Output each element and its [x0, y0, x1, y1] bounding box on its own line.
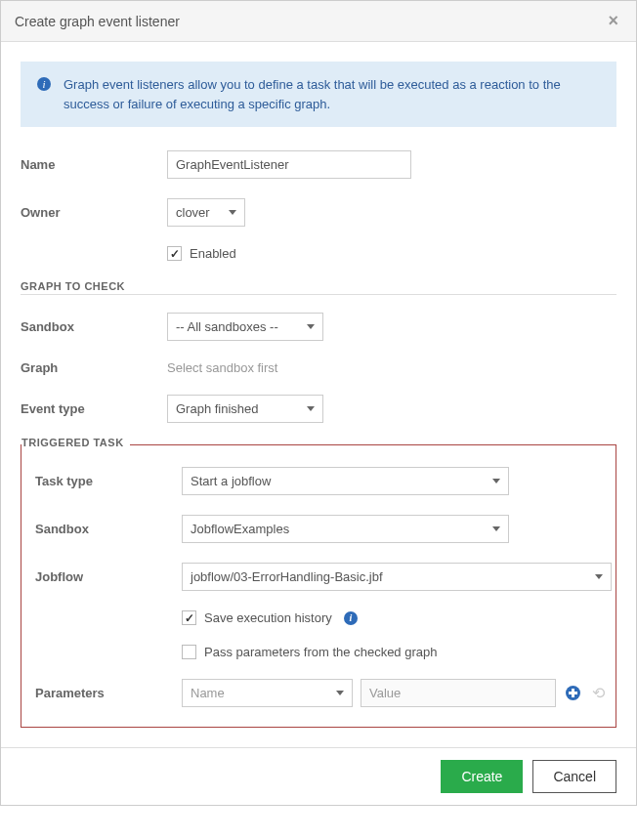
- chevron-down-icon: [595, 574, 603, 579]
- create-button[interactable]: Create: [441, 760, 523, 793]
- task-type-select[interactable]: Start a jobflow: [182, 467, 509, 495]
- save-history-label: Save execution history: [204, 610, 332, 625]
- modal-footer: Create Cancel: [1, 747, 636, 805]
- modal-title: Create graph event listener: [15, 14, 180, 29]
- graph-value: Select sandbox first: [167, 360, 277, 375]
- refresh-icon: ⟲: [592, 684, 605, 702]
- param-name-placeholder: Name: [191, 686, 225, 700]
- section-task-header: TRIGGERED TASK: [21, 437, 130, 448]
- add-parameter-button[interactable]: [564, 685, 581, 702]
- row-jobflow: Jobflow jobflow/03-ErrorHandling-Basic.j…: [35, 563, 602, 591]
- row-pass-params: Pass parameters from the checked graph: [35, 645, 602, 659]
- info-icon: i: [36, 75, 52, 95]
- chevron-down-icon: [492, 479, 500, 483]
- name-label: Name: [21, 157, 167, 172]
- event-type-label: Event type: [21, 401, 167, 416]
- task-type-value: Start a jobflow: [191, 474, 271, 488]
- task-sandbox-value: JobflowExamples: [191, 522, 289, 536]
- task-sandbox-select[interactable]: JobflowExamples: [182, 515, 509, 543]
- param-name-select[interactable]: Name: [182, 679, 353, 707]
- owner-select[interactable]: clover: [167, 198, 245, 227]
- svg-text:i: i: [42, 78, 45, 90]
- row-graph: Graph Select sandbox first: [21, 360, 616, 375]
- modal-header: Create graph event listener ×: [1, 1, 636, 42]
- chevron-down-icon: [307, 406, 315, 411]
- row-graph-sandbox: Sandbox -- All sandboxes --: [21, 313, 616, 341]
- param-value-input[interactable]: [361, 679, 556, 707]
- triggered-task-section: TRIGGERED TASK Task type Start a jobflow…: [21, 444, 616, 728]
- jobflow-select[interactable]: jobflow/03-ErrorHandling-Basic.jbf: [182, 563, 612, 591]
- row-task-sandbox: Sandbox JobflowExamples: [35, 515, 602, 543]
- row-owner: Owner clover: [21, 198, 616, 227]
- owner-value: clover: [176, 205, 210, 220]
- enabled-label: Enabled: [190, 246, 236, 261]
- info-text: Graph event listeners allow you to defin…: [64, 75, 601, 113]
- jobflow-label: Jobflow: [35, 569, 182, 584]
- row-enabled: Enabled: [21, 246, 616, 261]
- graph-sandbox-label: Sandbox: [21, 319, 167, 334]
- graph-sandbox-value: -- All sandboxes --: [176, 319, 278, 334]
- event-type-value: Graph finished: [176, 401, 259, 416]
- save-history-checkbox[interactable]: [182, 610, 196, 625]
- task-sandbox-label: Sandbox: [35, 522, 182, 536]
- info-icon[interactable]: i: [344, 611, 358, 625]
- task-type-label: Task type: [35, 474, 182, 488]
- row-parameters: Parameters Name ⟲: [35, 679, 602, 707]
- chevron-down-icon: [229, 210, 236, 215]
- info-panel: i Graph event listeners allow you to def…: [21, 62, 616, 127]
- section-graph-header: GRAPH TO CHECK: [21, 280, 616, 295]
- plus-icon: [566, 686, 580, 700]
- row-event-type: Event type Graph finished: [21, 395, 616, 423]
- graph-label: Graph: [21, 360, 167, 375]
- enabled-checkbox[interactable]: [167, 246, 182, 261]
- row-save-history: Save execution history i: [35, 610, 602, 625]
- event-type-select[interactable]: Graph finished: [167, 395, 323, 423]
- cancel-button[interactable]: Cancel: [532, 760, 616, 793]
- close-button[interactable]: ×: [604, 11, 622, 31]
- pass-params-checkbox[interactable]: [182, 645, 196, 659]
- pass-params-label: Pass parameters from the checked graph: [204, 645, 437, 659]
- reset-parameter-button[interactable]: ⟲: [589, 685, 607, 702]
- chevron-down-icon: [336, 691, 344, 695]
- modal-body: i Graph event listeners allow you to def…: [1, 42, 636, 747]
- row-name: Name: [21, 150, 616, 179]
- name-input[interactable]: [167, 150, 411, 179]
- chevron-down-icon: [307, 324, 315, 329]
- close-icon: ×: [608, 11, 618, 30]
- chevron-down-icon: [492, 526, 500, 531]
- create-listener-modal: Create graph event listener × i Graph ev…: [0, 0, 637, 806]
- graph-sandbox-select[interactable]: -- All sandboxes --: [167, 313, 323, 341]
- row-task-type: Task type Start a jobflow: [35, 467, 602, 495]
- jobflow-value: jobflow/03-ErrorHandling-Basic.jbf: [191, 569, 383, 584]
- owner-label: Owner: [21, 205, 167, 220]
- parameters-label: Parameters: [35, 686, 182, 700]
